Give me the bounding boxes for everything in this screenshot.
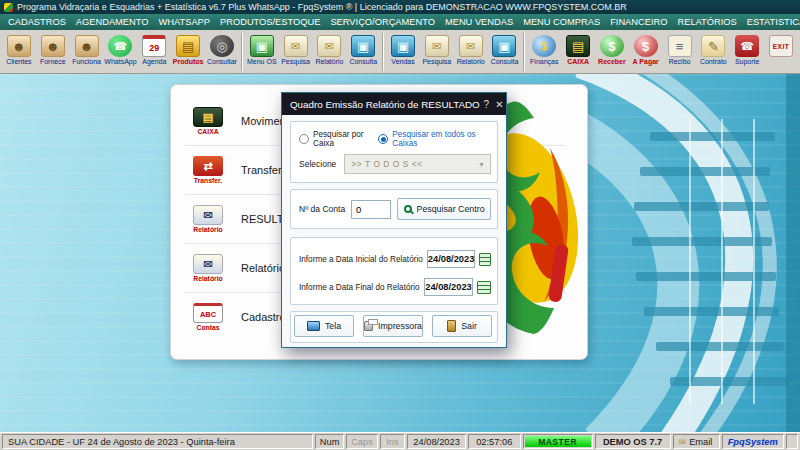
toolbar-button-menu-os[interactable]: ▣Menu OS [245,32,279,72]
calendar-icon[interactable] [477,281,491,294]
toolbar-label: Consultar [207,58,237,65]
impressora-button[interactable]: Impressora [363,315,423,337]
data-final-field[interactable]: 24/08/2023 [424,278,474,296]
calendar-icon[interactable] [479,253,491,266]
toolbar-button-agenda[interactable]: 29Agenda [137,32,171,72]
report-envelope-icon: ✉ [193,254,223,274]
toolbar-button-vendas[interactable]: ▣Vendas [386,32,420,72]
radio-circle-icon [299,134,309,144]
tela-button[interactable]: Tela [294,315,354,337]
suppliers-icon: ☻ [41,35,65,57]
help-icon[interactable]: ? [480,93,493,115]
panel-icon-wrap: ▤ CAIXA [185,107,231,135]
radio-label: Pesquisar em todos os Caixas [392,130,491,148]
tela-label: Tela [325,321,341,331]
toolbar-button-consultar[interactable]: ◎Consultar [205,32,239,72]
toolbar-label: Relatório [315,58,343,65]
status-capslock: Caps [346,434,377,449]
toolbar-button-relatorio-vendas[interactable]: ✉Relatório [454,32,488,72]
panel-icon-caption: Relatório [193,275,222,282]
caixa-select[interactable]: >> T O D O S << ▾ [344,154,491,174]
toolbar-button-pesquisa-vendas[interactable]: ✉Pesquisa [420,32,454,72]
menu-item-relatorios[interactable]: RELATÓRIOS [672,17,741,27]
toolbar-button-financas[interactable]: $Finanças [527,32,561,72]
toolbar-label: A Pagar [633,58,659,65]
conta-input[interactable] [351,200,391,219]
data-inicial-field[interactable]: 24/08/2023 [427,250,476,268]
conta-label: Nº da Conta [299,204,345,214]
toolbar-button-pesquisa-os[interactable]: ✉Pesquisa [279,32,313,72]
panel-icon-caption: Contas [196,324,219,331]
conta-group: Nº da Conta Pesquisar Centro [290,189,498,229]
toolbar-label: Clientes [6,58,31,65]
accounts-abc-icon: ABC [193,303,223,323]
menu-item-produtos-estoque[interactable]: PRODUTOS/ESTOQUE [215,17,325,27]
panel-icon-wrap: ⇄ Transfer. [185,156,231,184]
toolbar-button-suporte[interactable]: ☎Suporte [730,32,764,72]
toolbar-button-consulta-vendas[interactable]: ▣Consulta [488,32,522,72]
menu-item-menu-vendas[interactable]: MENU VENDAS [440,17,518,27]
toolbar-button-recibo[interactable]: ≡Recibo [663,32,697,72]
toolbar-label: Produtos [173,58,204,65]
receipt-icon: ≡ [668,35,692,57]
toolbar-label: Suporte [735,58,760,65]
menu-item-whatsapp[interactable]: WHATSAPP [154,17,215,27]
toolbar-button-a-pagar[interactable]: $A Pagar [629,32,663,72]
toolbar-label: Agenda [142,58,166,65]
toolbar-button-fornecedores[interactable]: ☻Fornece [36,32,70,72]
toolbar-label: Funciona [72,58,101,65]
menu-item-cadastros[interactable]: CADASTROS [3,17,71,27]
toolbar-button-whatsapp[interactable]: ☎WhatsApp [103,32,137,72]
toolbar-label: Fornece [40,58,66,65]
menu-item-menu-compras[interactable]: MENU COMPRAS [518,17,605,27]
status-brand: FpqSystem [722,434,784,449]
menu-item-financeiro[interactable]: FINANCEIRO [605,17,672,27]
consult-icon: ◎ [210,35,234,57]
monitor-icon [307,321,320,331]
toolbar-button-exit[interactable]: EXIT [764,32,798,72]
toolbar-button-produtos[interactable]: ▤Produtos [171,32,205,72]
window-title: Programa Vidraçaria e Esquadrias + Estat… [17,2,627,12]
contract-scroll-icon: ✎ [701,35,725,57]
toolbar-button-contrato[interactable]: ✎Contrato [696,32,730,72]
sair-button[interactable]: Sair [432,315,492,337]
toolbar-button-funcionarios[interactable]: ☻Funciona [70,32,104,72]
toolbar-button-caixa[interactable]: ▤CAIXA [561,32,595,72]
sales-report-envelope-icon: ✉ [459,35,483,57]
transfer-icon: ⇄ [193,156,223,176]
status-email-label: Email [689,437,712,447]
toolbar-label: Pesquisa [281,58,310,65]
panel-icon-caption: CAIXA [197,128,218,135]
clients-icon: ☻ [7,35,31,57]
dialog-body: Pesquisar por Caixa Pesquisar em todos o… [282,115,506,347]
status-email[interactable]: ✉ Email [673,434,720,449]
radio-pesquisar-todos-caixas[interactable]: Pesquisar em todos os Caixas [378,130,491,148]
support-phone-icon: ☎ [735,35,759,57]
toolbar-button-relatorio-os[interactable]: ✉Relatório [313,32,347,72]
toolbar-label: Recibo [669,58,691,65]
menu-item-agendamento[interactable]: AGENDAMENTO [71,17,154,27]
toolbar-label: Relatório [457,58,485,65]
pesquisar-centro-label: Pesquisar Centro [417,204,485,214]
exit-door-icon: EXIT [769,35,793,57]
toolbar-button-receber[interactable]: $Receber [595,32,629,72]
close-icon[interactable]: ✕ [493,93,506,115]
sales-search-envelope-icon: ✉ [425,35,449,57]
toolbar-label: Consulta [491,58,519,65]
toolbar-label: Contrato [700,58,727,65]
dialog-titlebar[interactable]: Quadro Emissão Relatório de RESULTADO ? … [282,93,506,115]
envelope-icon: ✉ [679,437,687,447]
menu-item-estatistica[interactable]: ESTATISTICA [742,17,800,27]
radio-pesquisar-por-caixa[interactable]: Pesquisar por Caixa [299,130,378,148]
status-numlock: Num [315,434,344,449]
toolbar-button-clientes[interactable]: ☻Clientes [2,32,36,72]
status-date: 24/08/2023 [407,434,466,449]
menu-item-servico-orcamento[interactable]: SERVIÇO/ORÇAMENTO [325,17,440,27]
toolbar-label: CAIXA [567,58,589,65]
status-demo-version: DEMO OS 7.7 [595,434,671,449]
toolbar-button-consulta-os[interactable]: ▣Consulta [346,32,380,72]
toolbar-separator [523,33,525,71]
conta-row: Nº da Conta Pesquisar Centro [299,198,491,220]
selecione-row: Selecione >> T O D O S << ▾ [299,154,491,174]
pesquisar-centro-button[interactable]: Pesquisar Centro [397,198,491,220]
